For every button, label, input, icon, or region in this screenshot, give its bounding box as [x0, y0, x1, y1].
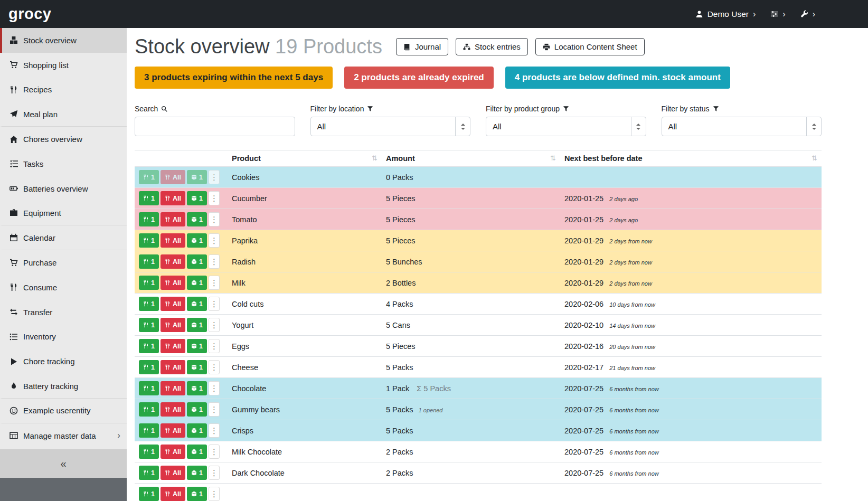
row-menu-button[interactable]: ⋮: [209, 339, 220, 353]
sidebar-item-meal-plan[interactable]: Meal plan: [0, 102, 127, 127]
sidebar-item-batteries-overview[interactable]: Batteries overview: [0, 176, 127, 201]
below-min-stock-alert[interactable]: 4 products are below defined min. stock …: [505, 67, 730, 89]
sidebar-item-manage-master-data[interactable]: Manage master data›: [0, 423, 127, 448]
sidebar-item-equipment[interactable]: Equipment: [0, 201, 127, 226]
open-one-button[interactable]: 1: [187, 402, 207, 417]
expiring-soon-alert[interactable]: 3 products expiring within the next 5 da…: [135, 67, 333, 89]
consume-one-button[interactable]: 1: [139, 191, 159, 205]
consume-all-button[interactable]: All: [161, 276, 185, 290]
consume-one-button[interactable]: 1: [139, 402, 159, 417]
open-one-button[interactable]: 1: [187, 233, 207, 248]
row-menu-button[interactable]: ⋮: [209, 254, 220, 269]
row-menu-button[interactable]: ⋮: [209, 423, 220, 438]
consume-all-button[interactable]: All: [161, 318, 185, 332]
column-header-product[interactable]: Product⇅: [228, 150, 382, 167]
expired-alert[interactable]: 2 products are already expired: [344, 67, 494, 89]
journal-button[interactable]: Journal: [396, 38, 448, 55]
open-one-button[interactable]: 1: [187, 466, 207, 480]
row-menu-button[interactable]: ⋮: [209, 466, 220, 480]
row-menu-button[interactable]: ⋮: [209, 402, 220, 417]
consume-one-button[interactable]: 1: [139, 233, 159, 248]
consume-one-button[interactable]: 1: [139, 445, 159, 459]
sidebar-item-chore-tracking[interactable]: Chore tracking: [0, 349, 127, 374]
row-menu-button[interactable]: ⋮: [209, 381, 220, 395]
location-content-sheet-button[interactable]: Location Content Sheet: [535, 38, 645, 55]
product-group-filter-select[interactable]: All: [486, 117, 646, 136]
open-one-button[interactable]: 1: [187, 487, 207, 501]
open-one-button[interactable]: 1: [187, 423, 207, 438]
stock-entries-button[interactable]: Stock entries: [456, 38, 528, 55]
row-menu-button[interactable]: ⋮: [209, 360, 220, 374]
open-one-button[interactable]: 1: [187, 297, 207, 311]
sidebar-item-calendar[interactable]: Calendar: [0, 225, 127, 250]
user-menu[interactable]: Demo User ›: [695, 10, 756, 19]
consume-one-button[interactable]: 1: [139, 381, 159, 395]
status-filter-select[interactable]: All: [662, 117, 822, 136]
row-menu-button[interactable]: ⋮: [209, 191, 220, 205]
row-menu-button[interactable]: ⋮: [209, 276, 220, 290]
consume-one-button[interactable]: 1: [139, 318, 159, 332]
consume-one-button[interactable]: 1: [139, 339, 159, 353]
open-one-button[interactable]: 1: [187, 191, 207, 205]
sidebar-item-battery-tracking[interactable]: Battery tracking: [0, 374, 127, 399]
consume-all-button[interactable]: All: [161, 423, 185, 438]
sidebar-item-transfer[interactable]: Transfer: [0, 300, 127, 325]
consume-all-button[interactable]: All: [161, 360, 185, 374]
open-one-button[interactable]: 1: [187, 318, 207, 332]
row-menu-button[interactable]: ⋮: [209, 318, 220, 332]
consume-all-button[interactable]: All: [161, 487, 185, 501]
open-one-button[interactable]: 1: [187, 339, 207, 353]
consume-one-button[interactable]: 1: [139, 466, 159, 480]
consume-all-button[interactable]: All: [161, 170, 185, 184]
open-one-button[interactable]: 1: [187, 360, 207, 374]
sidebar-item-inventory[interactable]: Inventory: [0, 325, 127, 349]
sidebar-item-chores-overview[interactable]: Chores overview: [0, 127, 127, 152]
column-header-next-best-before-date[interactable]: Next best before date⇅: [560, 150, 822, 167]
consume-one-button[interactable]: 1: [139, 254, 159, 269]
admin-menu[interactable]: ›: [800, 10, 815, 18]
consume-all-button[interactable]: All: [161, 233, 185, 248]
location-filter-select[interactable]: All: [310, 117, 471, 136]
consume-all-button[interactable]: All: [161, 445, 185, 459]
consume-all-button[interactable]: All: [161, 339, 185, 353]
open-one-button[interactable]: 1: [187, 170, 207, 184]
row-menu-button[interactable]: ⋮: [209, 297, 220, 311]
consume-one-button[interactable]: 1: [139, 360, 159, 374]
row-menu-button[interactable]: ⋮: [209, 212, 220, 226]
open-one-button[interactable]: 1: [187, 445, 207, 459]
consume-one-button[interactable]: 1: [139, 487, 159, 501]
consume-all-button[interactable]: All: [161, 297, 185, 311]
open-one-button[interactable]: 1: [187, 212, 207, 226]
sidebar-item-consume[interactable]: Consume: [0, 275, 127, 300]
search-input[interactable]: [135, 117, 295, 136]
consume-one-button[interactable]: 1: [139, 212, 159, 226]
sidebar-item-example-userentity[interactable]: Example userentity: [0, 399, 127, 423]
row-menu-button[interactable]: ⋮: [209, 233, 220, 248]
open-one-button[interactable]: 1: [187, 254, 207, 269]
sidebar-item-tasks[interactable]: Tasks: [0, 152, 127, 176]
row-menu-button[interactable]: ⋮: [209, 170, 220, 184]
row-menu-button[interactable]: ⋮: [209, 445, 220, 459]
row-menu-button[interactable]: ⋮: [209, 487, 220, 501]
table-row: 1All1⋮Dark Chocolate2 Packs2020-07-25 6 …: [135, 462, 822, 484]
consume-all-button[interactable]: All: [161, 466, 185, 480]
sidebar-item-shopping-list[interactable]: Shopping list: [0, 53, 127, 78]
consume-all-button[interactable]: All: [161, 191, 185, 205]
sidebar-item-stock-overview[interactable]: Stock overview: [0, 28, 127, 53]
column-header-amount[interactable]: Amount⇅: [382, 150, 560, 167]
consume-all-button[interactable]: All: [161, 381, 185, 395]
amount-cell: 4 Packs: [382, 294, 560, 315]
settings-menu[interactable]: ›: [770, 10, 785, 18]
consume-one-button[interactable]: 1: [139, 276, 159, 290]
open-one-button[interactable]: 1: [187, 381, 207, 395]
consume-all-button[interactable]: All: [161, 402, 185, 417]
sidebar-item-purchase[interactable]: Purchase: [0, 250, 127, 275]
sidebar-item-recipes[interactable]: Recipes: [0, 78, 127, 102]
consume-one-button[interactable]: 1: [139, 423, 159, 438]
sidebar-collapse-button[interactable]: «: [0, 449, 127, 478]
open-one-button[interactable]: 1: [187, 276, 207, 290]
consume-one-button[interactable]: 1: [139, 297, 159, 311]
consume-all-button[interactable]: All: [161, 254, 185, 269]
consume-one-button[interactable]: 1: [139, 170, 159, 184]
consume-all-button[interactable]: All: [161, 212, 185, 226]
